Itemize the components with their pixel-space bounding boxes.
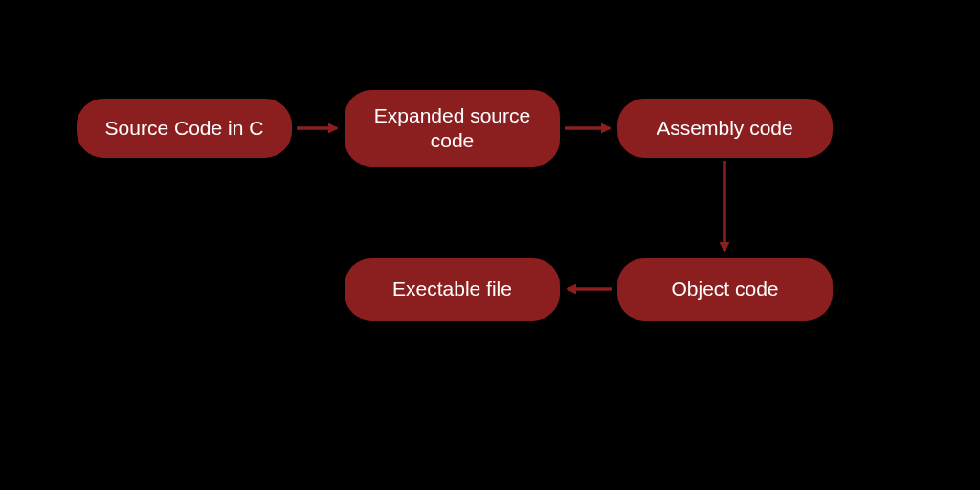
node-executable-file: Exectable file xyxy=(345,258,560,321)
node-expanded-source: Expanded source code xyxy=(345,90,560,167)
node-object-code: Object code xyxy=(617,258,833,321)
node-label: Object code xyxy=(671,277,778,301)
compilation-flow-diagram: Source Code in C Expanded source code As… xyxy=(0,0,980,490)
node-source-code: Source Code in C xyxy=(77,99,292,158)
node-label: Exectable file xyxy=(392,277,512,301)
node-assembly-code: Assembly code xyxy=(617,99,833,158)
node-label: Source Code in C xyxy=(105,116,264,141)
flow-arrows xyxy=(0,0,980,490)
node-label: Expanded source code xyxy=(362,103,543,154)
node-label: Assembly code xyxy=(657,116,792,141)
